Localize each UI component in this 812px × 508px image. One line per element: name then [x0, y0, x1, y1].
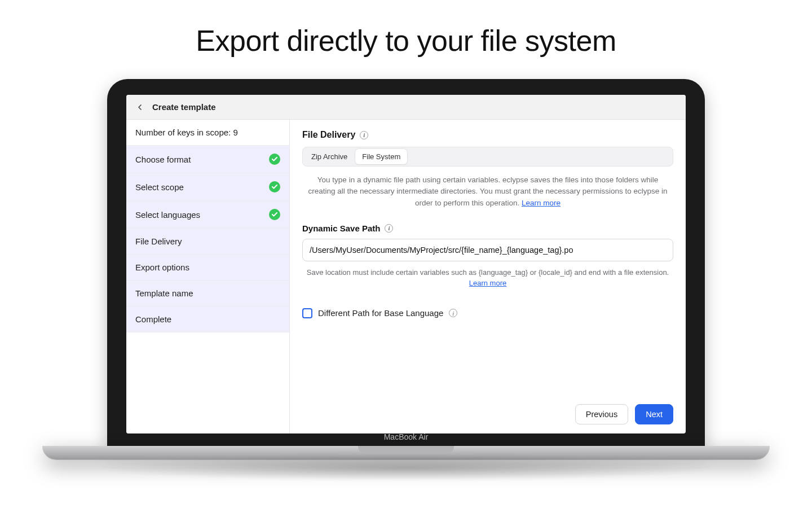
wizard-sidebar: Number of keys in scope: 9 Choose format… — [126, 120, 290, 433]
step-complete[interactable]: Complete — [126, 306, 289, 332]
step-label: Complete — [135, 314, 171, 324]
dynamic-save-path-hint: Save location must include certain varia… — [302, 267, 673, 289]
check-icon — [269, 209, 280, 220]
previous-button[interactable]: Previous — [575, 404, 628, 424]
learn-more-link[interactable]: Learn more — [522, 199, 561, 207]
learn-more-link[interactable]: Learn more — [469, 279, 506, 287]
check-icon — [269, 181, 280, 192]
hero-title: Export directly to your file system — [0, 0, 812, 75]
step-select-scope[interactable]: Select scope — [126, 173, 289, 201]
step-choose-format[interactable]: Choose format — [126, 146, 289, 173]
info-icon[interactable]: i — [449, 309, 457, 317]
different-path-label: Different Path for Base Language — [318, 308, 443, 318]
step-label: Export options — [135, 262, 189, 272]
page-title: Create template — [152, 102, 216, 112]
step-select-languages[interactable]: Select languages — [126, 201, 289, 229]
main-panel: File Delivery i Zip Archive File System … — [290, 120, 686, 433]
dynamic-save-path-label: Dynamic Save Path i — [302, 224, 673, 233]
keys-in-scope-label: Number of keys in scope: 9 — [126, 120, 289, 146]
app-header: Create template — [126, 95, 686, 120]
laptop-shadow — [90, 455, 722, 481]
file-delivery-title-text: File Delivery — [302, 130, 355, 140]
delivery-mode-segmented: Zip Archive File System — [302, 147, 673, 167]
app-body: Number of keys in scope: 9 Choose format… — [126, 120, 686, 433]
dynamic-save-path-label-text: Dynamic Save Path — [302, 224, 380, 233]
next-button[interactable]: Next — [635, 404, 673, 424]
laptop-bezel: Create template Number of keys in scope:… — [107, 79, 705, 446]
info-icon[interactable]: i — [360, 131, 368, 139]
different-path-row: Different Path for Base Language i — [302, 308, 673, 318]
step-file-delivery[interactable]: File Delivery — [126, 229, 289, 255]
step-template-name[interactable]: Template name — [126, 281, 289, 306]
laptop-notch — [358, 446, 454, 453]
segment-zip-archive[interactable]: Zip Archive — [304, 149, 354, 164]
app-window: Create template Number of keys in scope:… — [126, 95, 686, 433]
wizard-footer: Previous Next — [302, 397, 673, 424]
chevron-left-icon — [135, 103, 144, 112]
step-label: Template name — [135, 288, 193, 298]
info-icon[interactable]: i — [385, 224, 393, 233]
segment-file-system[interactable]: File System — [355, 149, 407, 164]
file-delivery-title: File Delivery i — [302, 130, 673, 140]
step-label: File Delivery — [135, 237, 182, 246]
dynamic-save-path-input[interactable] — [302, 239, 673, 261]
step-label: Select languages — [135, 210, 200, 220]
step-export-options[interactable]: Export options — [126, 255, 289, 281]
laptop-mockup: Create template Number of keys in scope:… — [107, 79, 705, 459]
file-delivery-description-text: You type in a dynamic file path using ce… — [308, 176, 667, 207]
step-label: Choose format — [135, 155, 191, 164]
spacer — [302, 318, 673, 397]
step-label: Select scope — [135, 182, 184, 192]
back-button[interactable] — [134, 102, 145, 113]
file-delivery-description: You type in a dynamic file path using ce… — [302, 174, 673, 209]
device-model-label: MacBook Air — [126, 432, 686, 441]
check-icon — [269, 154, 280, 165]
dynamic-save-path-hint-text: Save location must include certain varia… — [307, 268, 669, 277]
different-path-checkbox[interactable] — [302, 308, 312, 318]
